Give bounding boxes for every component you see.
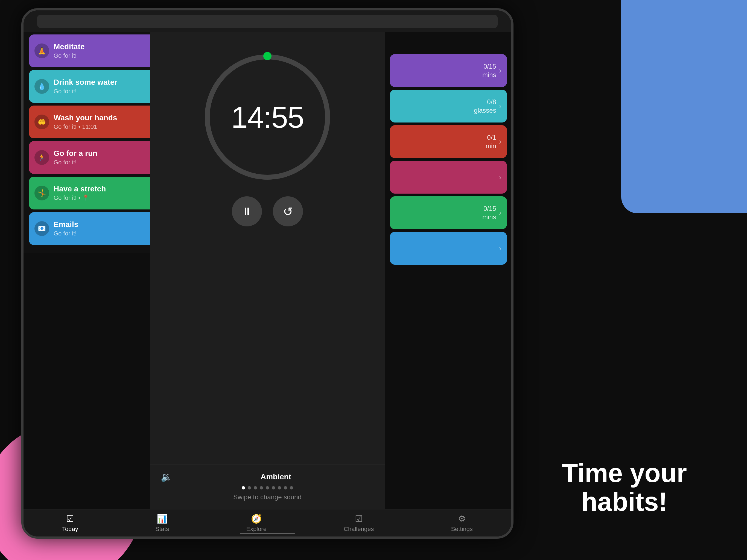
tab-today-icon: ☑: [66, 513, 74, 524]
sound-dot-5: [266, 486, 269, 489]
promo-line1: Time your: [562, 458, 687, 487]
home-indicator: [240, 533, 295, 534]
sound-dot-1: [242, 486, 245, 489]
tab-explore[interactable]: 🧭 Explore: [246, 513, 266, 533]
reset-icon: ↺: [283, 205, 293, 219]
sound-row: 🔉 Ambient: [150, 472, 385, 482]
sound-dot-4: [260, 486, 263, 489]
tablet-device: ✦ ANYTIME 🧘 Meditate Go for it! 💧 Drink …: [21, 8, 514, 539]
tab-settings-label: Settings: [451, 526, 473, 533]
sound-dot-6: [272, 486, 275, 489]
volume-icon: 🔉: [161, 472, 172, 482]
sound-dot-8: [284, 486, 287, 489]
tab-challenges[interactable]: ☑ Challenges: [344, 513, 374, 533]
tab-settings[interactable]: ⚙ Settings: [451, 513, 473, 533]
tab-stats-label: Stats: [155, 526, 169, 533]
pause-icon: ⏸: [241, 205, 252, 218]
tab-challenges-icon: ☑: [355, 513, 363, 524]
tab-bar: ☑ Today 📊 Stats 🧭 Explore ☑ Challenges ⚙…: [24, 509, 511, 536]
sound-dot-2: [248, 486, 251, 489]
sound-dot-7: [278, 486, 281, 489]
tab-today-label: Today: [62, 526, 78, 533]
tab-stats[interactable]: 📊 Stats: [155, 513, 169, 533]
tab-today[interactable]: ☑ Today: [62, 513, 78, 533]
sound-dots: [242, 486, 293, 489]
promo-line2: habits!: [581, 487, 667, 516]
pause-button[interactable]: ⏸: [232, 196, 262, 226]
sound-section: 🔉 Ambient Swipe to change s: [150, 464, 385, 509]
sound-dot-3: [254, 486, 257, 489]
top-bar: [24, 10, 511, 32]
tab-stats-icon: 📊: [157, 513, 168, 524]
timer-modal: 14:55 ⏸ ↺ 🔉 Ambient: [150, 32, 385, 509]
timer-overlay: 14:55 ⏸ ↺ 🔉 Ambient: [24, 32, 511, 509]
sound-hint: Swipe to change sound: [233, 493, 302, 501]
tab-challenges-label: Challenges: [344, 526, 374, 533]
sound-name: Ambient: [178, 473, 374, 481]
timer-dot: [263, 52, 272, 60]
reset-button[interactable]: ↺: [273, 196, 303, 226]
tab-explore-label: Explore: [246, 526, 266, 533]
timer-circle-container: 14:55: [199, 49, 336, 185]
tab-settings-icon: ⚙: [458, 513, 466, 524]
decorative-blue-right: [621, 0, 747, 213]
timer-controls: ⏸ ↺: [232, 196, 303, 226]
promo-text: Time your habits!: [562, 459, 687, 516]
tablet-screen: ✦ ANYTIME 🧘 Meditate Go for it! 💧 Drink …: [24, 10, 511, 536]
sound-dot-9: [290, 486, 293, 489]
tab-explore-icon: 🧭: [251, 513, 262, 524]
search-bar[interactable]: [37, 15, 498, 28]
timer-display: 14:55: [231, 100, 304, 134]
